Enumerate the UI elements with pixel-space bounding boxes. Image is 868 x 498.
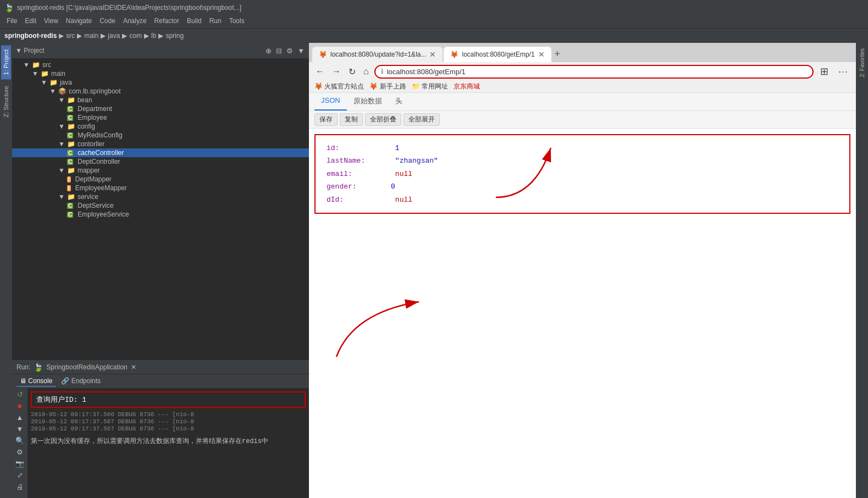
menu-code[interactable]: Code (96, 16, 119, 27)
interface-icon: I (67, 176, 71, 182)
console-log-3: 2019-05-12 09:17:37.567 DEBUG 8736 --- [… (31, 425, 306, 432)
java-class-icon: C (67, 203, 73, 209)
mapper-label: mapper (78, 167, 100, 174)
breadcrumb-java[interactable]: java (108, 32, 120, 40)
tab-raw[interactable]: 原始数据 (347, 93, 389, 110)
tree-item-deptservice[interactable]: C DeptService (12, 201, 309, 210)
tab-favorites[interactable]: 2: Favorites (858, 45, 866, 80)
folder-arrow-icon: ▼ (41, 79, 47, 86)
bookmark-common[interactable]: 📁 常用网址 (412, 82, 448, 91)
breadcrumb-com[interactable]: com (129, 32, 142, 40)
bookmark-official[interactable]: 🦊 火狐官方站点 (314, 82, 364, 91)
tab-project[interactable]: 1: Project (1, 45, 11, 79)
browser-tab-getemp[interactable]: 🦊 localhost:8080/getEmp/1 ✕ (444, 47, 551, 62)
interface-icon: I (67, 185, 71, 191)
add-icon[interactable]: ⊕ (264, 46, 273, 56)
copy-button[interactable]: 复制 (340, 113, 363, 126)
breadcrumb-src[interactable]: src (66, 32, 75, 40)
chevron-icon[interactable]: ▼ (296, 46, 306, 56)
tree-item-src[interactable]: ▼ 📁 src (12, 60, 309, 69)
tree-item-deptmapper[interactable]: I DeptMapper (12, 175, 309, 184)
tab-console[interactable]: 🖥 Console (16, 376, 56, 387)
menu-navigate[interactable]: Navigate (63, 16, 95, 27)
run-app-name: SpringbootRedisApplication (46, 363, 127, 371)
forward-button[interactable]: → (330, 65, 343, 78)
menu-edit[interactable]: Edit (21, 16, 40, 27)
browser-tab-update[interactable]: 🦊 localhost:8080/update?id=1&la... ✕ (312, 47, 443, 62)
filter-icon[interactable]: 🔍 (15, 436, 24, 445)
folder-arrow-icon: ▼ (58, 167, 65, 174)
tab-close-update[interactable]: ✕ (429, 50, 436, 59)
key-id: id: (327, 144, 339, 152)
menu-run[interactable]: Run (206, 16, 225, 27)
menu-refactor[interactable]: Refactor (151, 16, 183, 27)
file-tree: ▼ 📁 src ▼ 📁 main ▼ 📁 java ▼ 📦 com.lb (12, 58, 309, 359)
tree-item-service[interactable]: ▼ 📁 service (12, 192, 309, 201)
console-tabs-bar: 🖥 Console 🔗 Endpoints (12, 374, 309, 388)
grid-icon[interactable]: ⊞ (817, 64, 832, 79)
breadcrumb-spring[interactable]: spring (165, 32, 184, 40)
print-icon[interactable]: 🖨 (16, 483, 24, 491)
close-run-icon[interactable]: ✕ (131, 363, 136, 371)
tab-json[interactable]: JSON (314, 93, 347, 110)
breadcrumb-main[interactable]: main (84, 32, 98, 40)
settings-icon[interactable]: ⚙ (285, 46, 294, 56)
menu-file[interactable]: File (3, 16, 20, 27)
restart-icon[interactable]: ↺ (17, 390, 23, 399)
scroll-down-icon[interactable]: ▼ (16, 425, 24, 433)
tree-item-employeeservice[interactable]: C EmployeeService (12, 210, 309, 219)
tree-item-mapper[interactable]: ▼ 📁 mapper (12, 166, 309, 175)
expand-icon[interactable]: ⤢ (17, 471, 23, 479)
tree-item-bean[interactable]: ▼ 📁 bean (12, 96, 309, 104)
key-did: dId: (327, 196, 344, 204)
scroll-up-icon[interactable]: ▲ (16, 413, 24, 422)
tree-item-com-lb[interactable]: ▼ 📦 com.lb.springboot (12, 87, 309, 96)
tree-item-employeemapper[interactable]: I EmployeeMapper (12, 184, 309, 192)
tree-item-java[interactable]: ▼ 📁 java (12, 78, 309, 87)
bookmark-newuser[interactable]: 🦊 新手上路 (369, 82, 406, 91)
save-button[interactable]: 保存 (314, 113, 338, 126)
json-content: id: 1 lastName: "zhangsan" email: null (314, 134, 850, 214)
collapse-all-button[interactable]: 全部折叠 (365, 113, 401, 126)
menu-build[interactable]: Build (184, 16, 205, 27)
stop-icon[interactable]: ■ (18, 402, 22, 410)
json-row-email: email: null (327, 168, 838, 180)
folder-icon: 📁 (67, 140, 75, 148)
home-button[interactable]: ⌂ (361, 65, 371, 78)
address-bar[interactable] (387, 68, 807, 76)
menu-analyze[interactable]: Analyze (120, 16, 150, 27)
tab-endpoints[interactable]: 🔗 Endpoints (58, 376, 104, 387)
bookmark-jd[interactable]: 京东商城 (454, 82, 480, 91)
expand-all-button[interactable]: 全部展开 (403, 113, 440, 126)
tab-structure[interactable]: Z: Structure (1, 81, 11, 121)
back-button[interactable]: ← (313, 65, 327, 78)
settings-icon[interactable]: ⚙ (16, 448, 23, 456)
more-options-icon[interactable]: ··· (835, 65, 852, 79)
src-label: src (42, 61, 51, 69)
tree-item-myredisconfig[interactable]: C MyRedisConfig (12, 131, 309, 140)
address-bar-wrap[interactable]: ℹ (374, 65, 814, 79)
collapse-icon[interactable]: ⊟ (275, 46, 283, 56)
tab-headers[interactable]: 头 (389, 93, 409, 110)
menu-bar: File Edit View Navigate Code Analyze Ref… (0, 15, 868, 29)
breadcrumb-lb[interactable]: lb (151, 32, 156, 40)
val-id: 1 (395, 144, 400, 152)
tree-item-employee[interactable]: C Employee (12, 113, 309, 122)
camera-icon[interactable]: 📷 (15, 460, 24, 468)
tree-item-deptcontroller[interactable]: C DeptController (12, 157, 309, 166)
service-label: service (78, 193, 98, 201)
refresh-button[interactable]: ↻ (346, 65, 358, 78)
browser-bookmarks: 🦊 火狐官方站点 🦊 新手上路 📁 常用网址 京东商城 (309, 81, 856, 93)
tree-item-contorller[interactable]: ▼ 📁 contorller (12, 140, 309, 148)
json-row-did: dId: null (327, 193, 838, 206)
tree-item-department[interactable]: C Department (12, 104, 309, 113)
tree-item-config[interactable]: ▼ 📁 config (12, 122, 309, 131)
folder-icon: 📁 (49, 79, 58, 86)
menu-view[interactable]: View (41, 16, 62, 27)
tab-close-getemp[interactable]: ✕ (538, 50, 545, 59)
tree-item-main[interactable]: ▼ 📁 main (12, 69, 309, 78)
menu-tools[interactable]: Tools (226, 16, 248, 27)
new-tab-button[interactable]: + (552, 46, 563, 62)
project-name[interactable]: springboot-redis (4, 32, 57, 40)
tree-item-cachecontroller[interactable]: C cacheController (12, 148, 309, 157)
